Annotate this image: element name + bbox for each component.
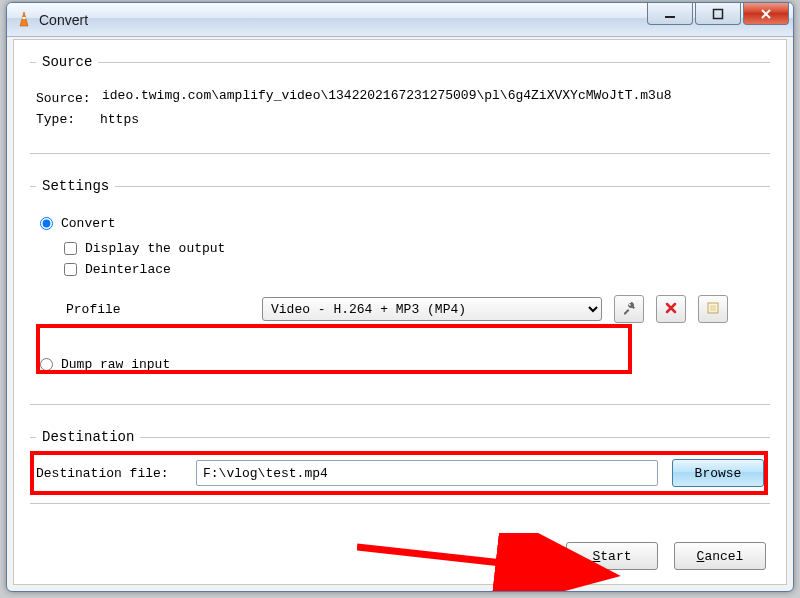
new-profile-icon: [707, 302, 719, 317]
deinterlace-label: Deinterlace: [85, 262, 171, 277]
svg-rect-0: [23, 17, 26, 19]
titlebar[interactable]: Convert: [7, 3, 793, 37]
browse-button[interactable]: Browse: [672, 459, 764, 487]
profile-label: Profile: [66, 302, 256, 317]
source-legend: Source: [36, 54, 98, 70]
svg-rect-4: [710, 305, 716, 311]
maximize-button[interactable]: [695, 3, 741, 25]
destination-file-input[interactable]: [196, 460, 658, 486]
profile-select[interactable]: Video - H.264 + MP3 (MP4): [262, 297, 602, 321]
convert-dialog: Convert Source Source: ideo.twimg.com\am…: [6, 2, 794, 592]
app-icon: [15, 11, 33, 29]
type-label: Type:: [36, 112, 100, 127]
close-button[interactable]: [743, 3, 789, 25]
wrench-icon: [622, 301, 636, 318]
settings-group: Settings Convert Display the output Dein…: [30, 178, 770, 405]
dialog-client: Source Source: ideo.twimg.com\amplify_vi…: [13, 39, 787, 585]
source-value: ideo.twimg.com\amplify_video\13422021672…: [100, 88, 764, 108]
delete-profile-button[interactable]: [656, 295, 686, 323]
minimize-button[interactable]: [647, 3, 693, 25]
start-button[interactable]: Start: [566, 542, 658, 570]
source-label: Source:: [36, 91, 100, 106]
convert-radio-label: Convert: [61, 216, 116, 231]
start-button-label: tart: [600, 549, 631, 564]
window-title: Convert: [39, 12, 88, 28]
settings-legend: Settings: [36, 178, 115, 194]
display-output-checkbox[interactable]: [64, 242, 77, 255]
svg-rect-1: [665, 16, 675, 18]
deinterlace-checkbox[interactable]: [64, 263, 77, 276]
dump-raw-radio[interactable]: [40, 358, 53, 371]
display-output-label: Display the output: [85, 241, 225, 256]
delete-x-icon: [665, 302, 677, 317]
new-profile-button[interactable]: [698, 295, 728, 323]
source-group: Source Source: ideo.twimg.com\amplify_vi…: [30, 54, 770, 154]
destination-file-label: Destination file:: [36, 466, 196, 481]
start-button-mnemonic: S: [592, 549, 600, 564]
destination-group: Destination Destination file: Browse: [30, 429, 770, 504]
edit-profile-button[interactable]: [614, 295, 644, 323]
cancel-button-mnemonic: C: [697, 549, 705, 564]
svg-rect-2: [714, 9, 723, 18]
dump-raw-label: Dump raw input: [61, 357, 170, 372]
cancel-button[interactable]: Cancel: [674, 542, 766, 570]
type-value: https: [100, 112, 139, 127]
destination-legend: Destination: [36, 429, 140, 445]
convert-radio[interactable]: [40, 217, 53, 230]
cancel-button-label: ancel: [704, 549, 743, 564]
